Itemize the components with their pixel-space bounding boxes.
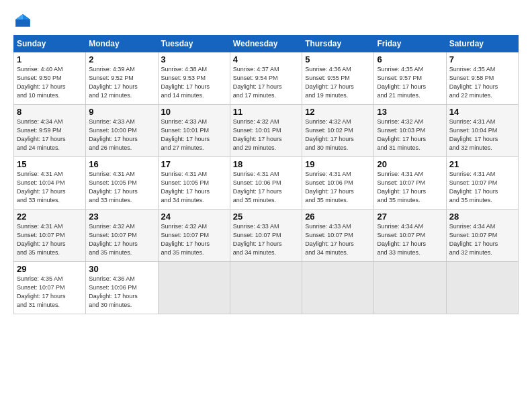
day-info: Sunrise: 4:34 AM Sunset: 10:07 PM Daylig… [449, 222, 515, 257]
day-number: 3 [161, 54, 227, 64]
day-info: Sunrise: 4:32 AM Sunset: 10:03 PM Daylig… [377, 118, 443, 152]
day-cell: 14Sunrise: 4:31 AM Sunset: 10:04 PM Dayl… [446, 105, 518, 157]
day-number: 7 [449, 54, 515, 64]
day-cell [158, 262, 230, 314]
svg-marker-1 [23, 14, 30, 19]
week-row-4: 22Sunrise: 4:31 AM Sunset: 10:07 PM Dayl… [14, 210, 519, 262]
day-info: Sunrise: 4:35 AM Sunset: 10:07 PM Daylig… [17, 275, 83, 310]
day-info: Sunrise: 4:31 AM Sunset: 10:07 PM Daylig… [17, 222, 83, 257]
day-number: 16 [89, 159, 154, 169]
day-cell: 23Sunrise: 4:32 AM Sunset: 10:07 PM Dayl… [86, 210, 158, 262]
header-cell-friday: Friday [374, 36, 446, 52]
day-number: 22 [17, 212, 83, 222]
day-number: 11 [233, 107, 299, 117]
day-number: 23 [89, 212, 154, 222]
day-cell: 5Sunrise: 4:36 AM Sunset: 9:55 PM Daylig… [302, 52, 374, 105]
day-info: Sunrise: 4:33 AM Sunset: 10:00 PM Daylig… [89, 118, 154, 152]
header-cell-sunday: Sunday [14, 36, 86, 52]
day-cell: 1Sunrise: 4:40 AM Sunset: 9:50 PM Daylig… [14, 52, 86, 105]
day-cell [374, 262, 446, 314]
day-cell: 4Sunrise: 4:37 AM Sunset: 9:54 PM Daylig… [230, 52, 302, 105]
header-cell-saturday: Saturday [446, 36, 518, 52]
header-row: SundayMondayTuesdayWednesdayThursdayFrid… [14, 36, 519, 52]
day-info: Sunrise: 4:31 AM Sunset: 10:06 PM Daylig… [305, 170, 371, 205]
day-cell: 13Sunrise: 4:32 AM Sunset: 10:03 PM Dayl… [374, 105, 446, 157]
day-info: Sunrise: 4:31 AM Sunset: 10:06 PM Daylig… [233, 170, 299, 205]
day-info: Sunrise: 4:32 AM Sunset: 10:07 PM Daylig… [89, 222, 154, 257]
day-number: 14 [449, 107, 515, 117]
day-info: Sunrise: 4:31 AM Sunset: 10:07 PM Daylig… [449, 170, 515, 205]
day-number: 1 [17, 54, 83, 64]
day-number: 26 [305, 212, 371, 222]
day-cell: 3Sunrise: 4:38 AM Sunset: 9:53 PM Daylig… [158, 52, 230, 105]
day-info: Sunrise: 4:34 AM Sunset: 10:07 PM Daylig… [377, 222, 443, 257]
day-cell: 12Sunrise: 4:32 AM Sunset: 10:02 PM Dayl… [302, 105, 374, 157]
day-cell: 24Sunrise: 4:32 AM Sunset: 10:07 PM Dayl… [158, 210, 230, 262]
day-number: 18 [233, 159, 299, 169]
calendar-header: SundayMondayTuesdayWednesdayThursdayFrid… [14, 36, 519, 52]
day-cell: 9Sunrise: 4:33 AM Sunset: 10:00 PM Dayli… [86, 105, 158, 157]
day-number: 30 [89, 264, 154, 274]
day-info: Sunrise: 4:38 AM Sunset: 9:53 PM Dayligh… [161, 65, 227, 100]
day-cell: 25Sunrise: 4:33 AM Sunset: 10:07 PM Dayl… [230, 210, 302, 262]
day-number: 27 [377, 212, 443, 222]
day-number: 6 [377, 54, 443, 64]
day-cell: 6Sunrise: 4:35 AM Sunset: 9:57 PM Daylig… [374, 52, 446, 105]
day-info: Sunrise: 4:35 AM Sunset: 9:57 PM Dayligh… [377, 65, 443, 100]
day-number: 21 [449, 159, 515, 169]
day-number: 2 [89, 54, 154, 64]
day-info: Sunrise: 4:32 AM Sunset: 10:01 PM Daylig… [233, 118, 299, 152]
header-cell-monday: Monday [86, 36, 158, 52]
day-cell: 8Sunrise: 4:34 AM Sunset: 9:59 PM Daylig… [14, 105, 86, 157]
page: SundayMondayTuesdayWednesdayThursdayFrid… [0, 0, 532, 411]
day-number: 8 [17, 107, 83, 117]
calendar-table: SundayMondayTuesdayWednesdayThursdayFrid… [13, 35, 519, 314]
day-number: 5 [305, 54, 371, 64]
day-number: 12 [305, 107, 371, 117]
day-cell: 21Sunrise: 4:31 AM Sunset: 10:07 PM Dayl… [446, 157, 518, 210]
day-cell: 10Sunrise: 4:33 AM Sunset: 10:01 PM Dayl… [158, 105, 230, 157]
day-cell [446, 262, 518, 314]
day-number: 9 [89, 107, 154, 117]
day-cell: 22Sunrise: 4:31 AM Sunset: 10:07 PM Dayl… [14, 210, 86, 262]
day-info: Sunrise: 4:36 AM Sunset: 9:55 PM Dayligh… [305, 65, 371, 100]
day-number: 13 [377, 107, 443, 117]
day-number: 28 [449, 212, 515, 222]
day-cell: 15Sunrise: 4:31 AM Sunset: 10:04 PM Dayl… [14, 157, 86, 210]
day-cell: 30Sunrise: 4:36 AM Sunset: 10:06 PM Dayl… [86, 262, 158, 314]
day-cell: 20Sunrise: 4:31 AM Sunset: 10:07 PM Dayl… [374, 157, 446, 210]
day-cell [230, 262, 302, 314]
day-info: Sunrise: 4:35 AM Sunset: 9:58 PM Dayligh… [449, 65, 515, 100]
logo [13, 12, 35, 31]
day-info: Sunrise: 4:31 AM Sunset: 10:04 PM Daylig… [17, 170, 83, 205]
day-cell: 16Sunrise: 4:31 AM Sunset: 10:05 PM Dayl… [86, 157, 158, 210]
week-row-3: 15Sunrise: 4:31 AM Sunset: 10:04 PM Dayl… [14, 157, 519, 210]
day-cell [302, 262, 374, 314]
day-info: Sunrise: 4:36 AM Sunset: 10:06 PM Daylig… [89, 275, 154, 310]
day-number: 19 [305, 159, 371, 169]
day-info: Sunrise: 4:31 AM Sunset: 10:07 PM Daylig… [377, 170, 443, 205]
day-cell: 7Sunrise: 4:35 AM Sunset: 9:58 PM Daylig… [446, 52, 518, 105]
day-cell: 27Sunrise: 4:34 AM Sunset: 10:07 PM Dayl… [374, 210, 446, 262]
day-number: 15 [17, 159, 83, 169]
day-number: 25 [233, 212, 299, 222]
day-number: 24 [161, 212, 227, 222]
day-info: Sunrise: 4:33 AM Sunset: 10:07 PM Daylig… [305, 222, 371, 257]
day-number: 20 [377, 159, 443, 169]
week-row-2: 8Sunrise: 4:34 AM Sunset: 9:59 PM Daylig… [14, 105, 519, 157]
day-cell: 26Sunrise: 4:33 AM Sunset: 10:07 PM Dayl… [302, 210, 374, 262]
day-number: 10 [161, 107, 227, 117]
day-cell: 2Sunrise: 4:39 AM Sunset: 9:52 PM Daylig… [86, 52, 158, 105]
day-info: Sunrise: 4:31 AM Sunset: 10:05 PM Daylig… [161, 170, 227, 205]
day-info: Sunrise: 4:37 AM Sunset: 9:54 PM Dayligh… [233, 65, 299, 100]
day-info: Sunrise: 4:33 AM Sunset: 10:07 PM Daylig… [233, 222, 299, 257]
generalblue-logo-icon [13, 12, 32, 31]
day-number: 17 [161, 159, 227, 169]
calendar-body: 1Sunrise: 4:40 AM Sunset: 9:50 PM Daylig… [14, 52, 519, 314]
header-cell-wednesday: Wednesday [230, 36, 302, 52]
header-cell-tuesday: Tuesday [158, 36, 230, 52]
header-cell-thursday: Thursday [302, 36, 374, 52]
day-cell: 19Sunrise: 4:31 AM Sunset: 10:06 PM Dayl… [302, 157, 374, 210]
day-info: Sunrise: 4:31 AM Sunset: 10:05 PM Daylig… [89, 170, 154, 205]
day-info: Sunrise: 4:34 AM Sunset: 9:59 PM Dayligh… [17, 118, 83, 152]
